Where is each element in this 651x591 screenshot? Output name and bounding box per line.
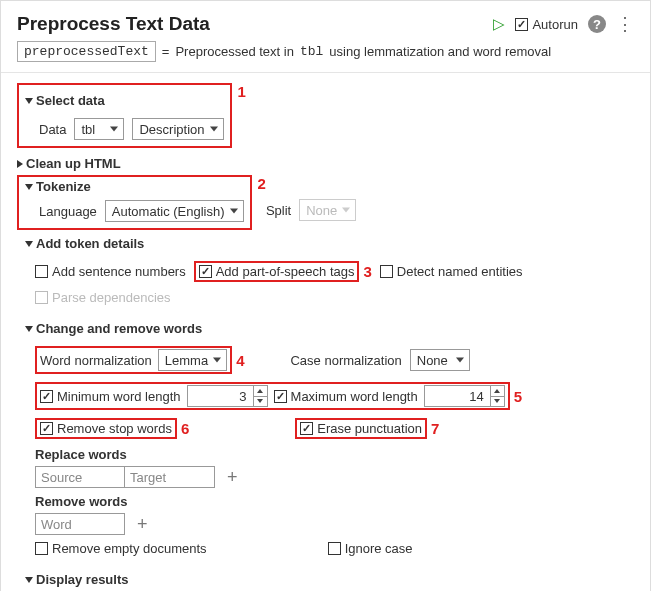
checkbox-icon [35, 265, 48, 278]
case-norm-value: None [417, 353, 448, 368]
column-select[interactable]: Description [132, 118, 223, 140]
data-label: Data [39, 122, 66, 137]
page-title: Preprocess Text Data [17, 13, 210, 35]
add-sentence-numbers-checkbox[interactable]: Add sentence numbers [35, 264, 186, 279]
max-len-value: 14 [425, 386, 490, 406]
display-results-header[interactable]: Display results [25, 572, 634, 587]
chevron-down-icon [25, 326, 33, 332]
spinner-down[interactable] [491, 397, 504, 407]
callout-6: 6 [181, 420, 189, 437]
min-len-value: 3 [188, 386, 253, 406]
callout-2: 2 [258, 175, 266, 192]
tbl-ref: tbl [300, 44, 323, 59]
remove-word-input[interactable]: Word [35, 513, 125, 535]
max-len-spinner[interactable]: 14 [424, 385, 505, 407]
language-select-value: Automatic (English) [112, 204, 225, 219]
add-pos-tags-label: Add part-of-speech tags [216, 264, 355, 279]
chevron-down-icon [25, 184, 33, 190]
max-len-checkbox[interactable]: Maximum word length [274, 389, 418, 404]
desc-suffix: using lemmatization and word removal [329, 44, 551, 59]
tokenize-title: Tokenize [36, 179, 91, 194]
min-len-label: Minimum word length [57, 389, 181, 404]
ignore-case-checkbox[interactable]: Ignore case [328, 541, 413, 556]
erase-punct-checkbox[interactable]: Erase punctuation [300, 421, 422, 436]
checkbox-icon [274, 390, 287, 403]
spinner-up[interactable] [491, 386, 504, 397]
change-remove-title: Change and remove words [36, 321, 202, 336]
data-select-value: tbl [81, 122, 95, 137]
autorun-label: Autorun [532, 17, 578, 32]
help-icon[interactable]: ? [588, 15, 606, 33]
cleanup-html-title: Clean up HTML [26, 156, 121, 171]
remove-empty-label: Remove empty documents [52, 541, 207, 556]
erase-punct-label: Erase punctuation [317, 421, 422, 436]
remove-stop-label: Remove stop words [57, 421, 172, 436]
checkbox-icon [515, 18, 528, 31]
checkbox-icon [35, 542, 48, 555]
checkbox-icon [328, 542, 341, 555]
run-icon[interactable]: ▷ [493, 15, 505, 33]
tokenize-header[interactable]: Tokenize [25, 179, 91, 194]
desc-prefix: Preprocessed text in [175, 44, 294, 59]
remove-empty-checkbox[interactable]: Remove empty documents [35, 541, 207, 556]
cleanup-html-header[interactable]: Clean up HTML [17, 156, 634, 171]
split-select[interactable]: None [299, 199, 356, 221]
case-norm-label: Case normalization [290, 353, 401, 368]
checkbox-icon [40, 422, 53, 435]
chevron-down-icon [25, 241, 33, 247]
select-data-header[interactable]: Select data [25, 93, 105, 108]
more-icon[interactable]: ⋮ [616, 15, 634, 33]
spinner-down[interactable] [254, 397, 267, 407]
parse-deps-label: Parse dependencies [52, 290, 171, 305]
add-replace-button[interactable]: + [223, 467, 242, 488]
chevron-down-icon [25, 98, 33, 104]
column-select-value: Description [139, 122, 204, 137]
add-remove-button[interactable]: + [133, 514, 152, 535]
spinner-up[interactable] [254, 386, 267, 397]
case-norm-select[interactable]: None [410, 349, 470, 371]
equals-sign: = [162, 44, 170, 59]
language-select[interactable]: Automatic (English) [105, 200, 244, 222]
split-select-value: None [306, 203, 337, 218]
checkbox-icon [40, 390, 53, 403]
callout-4: 4 [236, 352, 244, 369]
select-data-title: Select data [36, 93, 105, 108]
add-sentence-numbers-label: Add sentence numbers [52, 264, 186, 279]
data-select[interactable]: tbl [74, 118, 124, 140]
split-label: Split [266, 203, 291, 218]
display-results-title: Display results [36, 572, 129, 587]
add-token-details-title: Add token details [36, 236, 144, 251]
ignore-case-label: Ignore case [345, 541, 413, 556]
add-token-details-header[interactable]: Add token details [25, 236, 634, 251]
checkbox-icon [35, 291, 48, 304]
word-norm-select[interactable]: Lemma [158, 349, 227, 371]
autorun-checkbox[interactable]: Autorun [515, 17, 578, 32]
chevron-down-icon [25, 577, 33, 583]
word-norm-label: Word normalization [40, 353, 152, 368]
replace-target-input[interactable]: Target [125, 466, 215, 488]
detect-entities-label: Detect named entities [397, 264, 523, 279]
callout-7: 7 [431, 420, 439, 437]
add-pos-tags-checkbox[interactable]: Add part-of-speech tags [199, 264, 355, 279]
replace-words-label: Replace words [35, 447, 634, 462]
output-variable[interactable]: preprocessedText [17, 41, 156, 62]
callout-5: 5 [514, 388, 522, 405]
callout-3: 3 [363, 263, 371, 280]
checkbox-icon [199, 265, 212, 278]
min-len-checkbox[interactable]: Minimum word length [40, 389, 181, 404]
word-norm-value: Lemma [165, 353, 208, 368]
min-len-spinner[interactable]: 3 [187, 385, 268, 407]
language-label: Language [39, 204, 97, 219]
max-len-label: Maximum word length [291, 389, 418, 404]
change-remove-header[interactable]: Change and remove words [25, 321, 634, 336]
chevron-right-icon [17, 160, 23, 168]
parse-deps-checkbox: Parse dependencies [35, 290, 171, 305]
callout-1: 1 [238, 83, 246, 100]
remove-stop-checkbox[interactable]: Remove stop words [40, 421, 172, 436]
checkbox-icon [380, 265, 393, 278]
remove-words-label: Remove words [35, 494, 634, 509]
checkbox-icon [300, 422, 313, 435]
replace-source-input[interactable]: Source [35, 466, 125, 488]
detect-entities-checkbox[interactable]: Detect named entities [380, 264, 523, 279]
